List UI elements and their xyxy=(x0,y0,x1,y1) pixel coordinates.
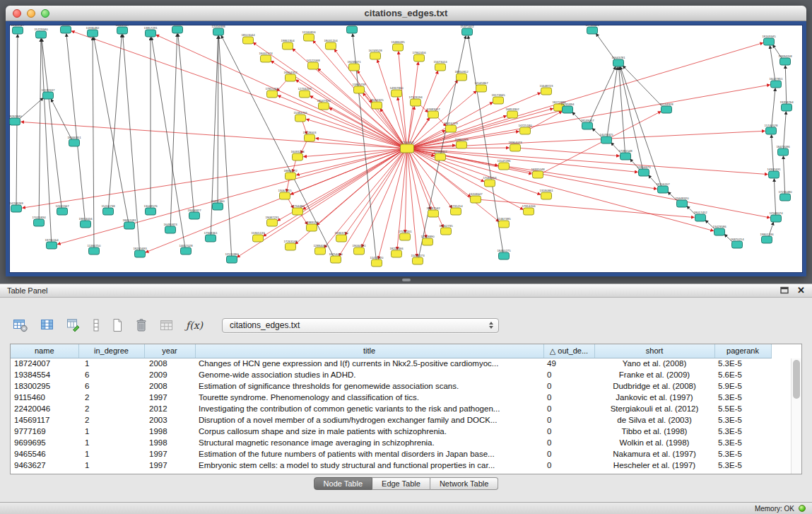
cell-pagerank[interactable]: 5.3E-5 xyxy=(714,437,771,448)
cell-title[interactable]: Genome-wide association studies in ADHD. xyxy=(195,369,543,380)
network-node[interactable]: 14657028 xyxy=(179,244,193,255)
network-node[interactable]: 12467395 xyxy=(497,217,511,228)
cell-pagerank[interactable]: 5.3E-5 xyxy=(714,392,771,403)
cell-title[interactable]: Changes of HCN gene expression and I(f) … xyxy=(195,358,543,369)
cell-pagerank[interactable]: 5.3E-5 xyxy=(714,414,771,426)
cell-out_de[interactable]: 0 xyxy=(543,369,594,380)
network-edge[interactable] xyxy=(411,130,445,146)
network-edge[interactable] xyxy=(93,37,94,247)
function-builder-button[interactable]: ƒ(x) xyxy=(184,319,204,332)
network-node[interactable]: 19580236 xyxy=(59,25,73,33)
network-node[interactable]: 19345607 xyxy=(433,150,447,160)
close-window-button[interactable] xyxy=(13,9,21,18)
network-node[interactable]: 15832460 xyxy=(211,199,225,210)
network-node[interactable]: 19730164 xyxy=(45,238,59,249)
cell-pagerank[interactable]: 5.5E-5 xyxy=(714,403,771,414)
network-node[interactable]: 14905631 xyxy=(767,168,781,178)
network-node[interactable]: 19238471 xyxy=(347,60,361,71)
table-row[interactable]: 911546021997Tourette syndrome. Phenomeno… xyxy=(11,392,771,403)
cell-name[interactable]: 9777169 xyxy=(11,426,78,437)
network-node[interactable]: 15098273 xyxy=(411,254,425,264)
network-edge[interactable] xyxy=(219,36,232,256)
table-settings-button[interactable] xyxy=(11,317,30,333)
network-edge[interactable] xyxy=(303,150,403,209)
cell-in_degree[interactable]: 6 xyxy=(78,380,144,392)
cell-year[interactable]: 1997 xyxy=(144,448,195,460)
minimize-window-button[interactable] xyxy=(27,9,35,18)
cell-title[interactable]: Disruption of a novel member of a sodium… xyxy=(195,414,543,426)
network-edge[interactable] xyxy=(770,46,775,81)
network-edge[interactable] xyxy=(66,34,85,221)
cell-title[interactable]: Embryonic stem cells: a model to study s… xyxy=(195,460,543,471)
cell-name[interactable]: 19384554 xyxy=(11,369,78,380)
network-edge[interactable] xyxy=(109,35,122,208)
network-node[interactable]: 19708425 xyxy=(585,25,599,34)
network-node[interactable]: 19801746 xyxy=(760,233,774,243)
network-node[interactable]: 19406827 xyxy=(187,209,201,219)
create-table-button[interactable] xyxy=(110,317,124,333)
table-scrollbar[interactable] xyxy=(791,358,801,474)
cell-in_degree[interactable]: 1 xyxy=(78,448,144,460)
network-node[interactable]: 11936482 xyxy=(86,26,100,37)
network-node[interactable]: 17236480 xyxy=(778,190,792,201)
network-node[interactable]: 11860739 xyxy=(353,83,366,93)
network-node[interactable]: 14937860 xyxy=(389,86,404,97)
network-node[interactable]: 18031204 xyxy=(324,39,338,49)
cell-in_degree[interactable]: 1 xyxy=(78,460,144,471)
cell-out_de[interactable]: 0 xyxy=(543,426,594,437)
cell-out_de[interactable]: 0 xyxy=(543,392,594,403)
cell-name[interactable]: 9699695 xyxy=(11,437,78,448)
cell-name[interactable]: 22420046 xyxy=(11,403,78,414)
tab-edge-table[interactable]: Edge Table xyxy=(372,477,430,490)
cell-year[interactable]: 2012 xyxy=(144,403,195,414)
network-node[interactable]: 19034581 xyxy=(352,244,366,255)
network-node[interactable]: 18017452 xyxy=(693,211,707,221)
network-node[interactable]: 13429586 xyxy=(712,225,726,235)
network-node[interactable]: 12056938 xyxy=(211,25,225,35)
cell-short[interactable]: Franke et al. (2009) xyxy=(594,369,714,380)
network-node[interactable]: 18539067 xyxy=(580,119,594,129)
cell-short[interactable]: Jankovic et al. (1997) xyxy=(594,392,714,403)
cell-name[interactable]: 9115460 xyxy=(11,392,78,403)
network-node[interactable]: 16643781 xyxy=(611,56,625,66)
network-node[interactable]: 10989134 xyxy=(305,221,319,231)
cell-name[interactable]: 18724007 xyxy=(11,358,78,369)
cell-pagerank[interactable]: 5.3E-5 xyxy=(714,426,771,437)
network-edge[interactable] xyxy=(520,148,619,156)
network-node[interactable]: 15134928 xyxy=(659,103,673,113)
network-edge[interactable] xyxy=(156,35,402,146)
network-node[interactable]: 15673024 xyxy=(433,60,447,71)
network-edge[interactable] xyxy=(41,39,51,242)
cell-name[interactable]: 9465546 xyxy=(11,448,78,460)
network-node[interactable]: 13694208 xyxy=(778,54,792,65)
cell-out_de[interactable]: 0 xyxy=(543,437,594,448)
network-edge[interactable] xyxy=(146,150,402,252)
network-node[interactable]: 13486095 xyxy=(391,40,405,51)
network-node[interactable]: 11648723 xyxy=(540,84,553,95)
network-edge[interactable] xyxy=(623,66,663,107)
cell-out_de[interactable]: 0 xyxy=(543,448,594,460)
network-node[interactable]: 17528194 xyxy=(408,95,423,106)
network-node[interactable]: 17814206 xyxy=(522,204,536,215)
network-node[interactable]: 15729340 xyxy=(34,28,48,38)
network-node[interactable]: 17556201 xyxy=(398,230,412,240)
cell-year[interactable]: 1997 xyxy=(144,460,195,471)
table-row[interactable]: 2242004622012Investigating the contribut… xyxy=(11,403,771,414)
network-node[interactable]: 13208647 xyxy=(469,192,483,203)
merge-table-button[interactable] xyxy=(158,317,175,333)
network-node[interactable]: 18169345 xyxy=(762,35,776,45)
network-window-titlebar[interactable]: citations_edges.txt xyxy=(6,6,806,21)
tab-node-table[interactable]: Node Table xyxy=(314,477,372,490)
network-edge[interactable] xyxy=(412,148,767,174)
table-row[interactable]: 977716911998Corpus callosum shape and si… xyxy=(11,426,771,437)
table-row[interactable]: 969969511998Structural magnetic resonanc… xyxy=(11,437,771,448)
cell-year[interactable]: 1997 xyxy=(144,392,195,403)
network-node[interactable]: 19156207 xyxy=(656,182,670,193)
network-node[interactable]: 18547920 xyxy=(317,99,331,110)
network-node[interactable]: 13590861 xyxy=(539,189,553,199)
cell-short[interactable]: Stergiakouli et al. (2012) xyxy=(594,403,714,414)
tab-network-table[interactable]: Network Table xyxy=(430,477,499,490)
network-node[interactable]: 17263148 xyxy=(283,240,298,250)
cell-year[interactable]: 2008 xyxy=(144,358,195,369)
cell-out_de[interactable]: 0 xyxy=(543,460,594,471)
